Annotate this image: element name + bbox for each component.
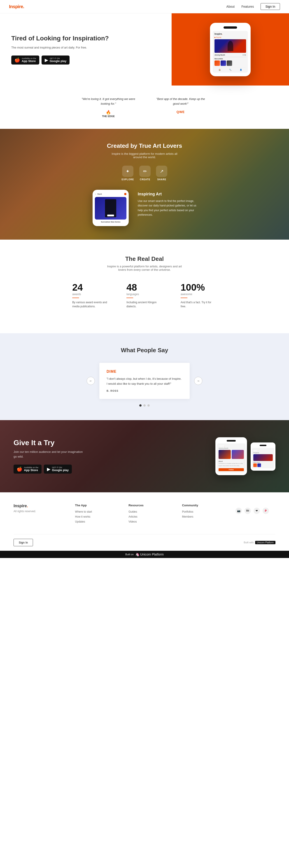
create-label: CREATE bbox=[140, 178, 150, 181]
art-phone-top: ← Back bbox=[95, 193, 126, 195]
cta-app-store-button[interactable]: 🍎 Available on the App Store bbox=[13, 465, 41, 474]
quotes-section: "We're loving it. It got everything we w… bbox=[0, 86, 289, 129]
hero-subtitle: The most surreal and inspiring pieces of… bbox=[11, 45, 160, 50]
stat-awards-number: 24 bbox=[72, 283, 108, 292]
cta-phone-art-1 bbox=[219, 450, 231, 459]
cta-google-play-small: GET IT ON bbox=[52, 467, 69, 469]
nav-about[interactable]: About bbox=[227, 5, 235, 8]
quote-2-text: "Best app of the decade. Keep up the goo… bbox=[153, 97, 208, 106]
logo-text: Inspire. bbox=[9, 4, 24, 9]
app-store-label: App Store bbox=[22, 60, 36, 62]
art-lovers-subtitle: Inspire is the biggest platform for mode… bbox=[108, 152, 181, 159]
store-buttons: 🍎 Available on the App Store ▶ GET IT ON… bbox=[11, 56, 160, 65]
inspiring-title: Inspiring Art bbox=[138, 192, 196, 196]
apple-icon: 🍎 bbox=[15, 57, 20, 63]
quote-1-text: "We're loving it. It got everything we w… bbox=[81, 97, 136, 106]
carousel-prev-button[interactable]: ← bbox=[87, 377, 95, 385]
carousel-dot-2[interactable] bbox=[143, 404, 146, 407]
footer-link-how[interactable]: How it works bbox=[75, 515, 115, 518]
footer-made: Built with Unicorn Platform bbox=[244, 541, 276, 544]
art-phone-image bbox=[95, 197, 126, 220]
cta-phone-tall-screen: Inspire. Jeremy Booth About Jo Booth is … bbox=[217, 443, 245, 472]
unicorn-platform-logo: 🦄 Unicorn Platform bbox=[136, 553, 164, 556]
footer-col-resources: Resources Guides Articles Videos bbox=[128, 504, 168, 525]
phone-art-image bbox=[214, 39, 246, 53]
footer-col-app-title: The App bbox=[75, 504, 115, 507]
cta-phone-small-logo: spire. bbox=[253, 449, 273, 451]
app-store-small-label: Available on the bbox=[22, 58, 36, 60]
cta-phone-small: spire. Projects New artists bbox=[251, 442, 276, 471]
cta-phone-small-notch bbox=[260, 445, 266, 446]
stat-awards-divider bbox=[72, 298, 79, 298]
carousel-next-button[interactable]: → bbox=[194, 377, 202, 385]
art-lovers-title: Created by True Art Lovers bbox=[9, 143, 280, 149]
feature-explore: ✦ EXPLORE bbox=[122, 165, 134, 181]
unicorn-platform-badge: Unicorn Platform bbox=[255, 541, 276, 544]
footer-social: 📷 Bē ❤ P bbox=[235, 508, 276, 514]
footer-link-articles[interactable]: Articles bbox=[128, 515, 168, 518]
app-store-button[interactable]: 🍎 Available on the App Store bbox=[11, 56, 39, 65]
phone-notch bbox=[224, 26, 237, 29]
testimonial-text: "I don't always clop, but when I do, it'… bbox=[107, 376, 182, 386]
pinterest-icon[interactable]: P bbox=[263, 508, 269, 514]
cta-app-store-label: App Store bbox=[24, 469, 38, 471]
footer-link-start[interactable]: Where to start bbox=[75, 510, 115, 513]
stat-languages: 48 languages Including ancient Klingon d… bbox=[126, 283, 163, 308]
stat-awards: 24 awards By various award events and me… bbox=[72, 283, 108, 308]
nav-features[interactable]: Features bbox=[241, 5, 254, 8]
stat-awesome-number: 100% bbox=[181, 283, 217, 292]
cta-store-buttons: 🍎 Available on the App Store ▶ GET IT ON… bbox=[13, 465, 86, 474]
stat-awesome-divider bbox=[181, 298, 187, 298]
footer-link-videos[interactable]: Videos bbox=[128, 520, 168, 523]
cta-title: Give It a Try bbox=[13, 439, 86, 447]
footer-link-guides[interactable]: Guides bbox=[128, 510, 168, 513]
cta-phone-art-2 bbox=[232, 450, 244, 459]
cta-phone-tall-notch bbox=[227, 440, 236, 441]
cta-apple-icon: 🍎 bbox=[17, 466, 22, 472]
footer-link-updates[interactable]: Updates bbox=[75, 520, 115, 523]
google-play-small-label: GET IT ON bbox=[50, 58, 66, 60]
stat-languages-label: languages bbox=[126, 292, 163, 296]
cta-left: Give It a Try Join our ten million audie… bbox=[13, 439, 86, 474]
cta-phone-logo: Inspire. bbox=[219, 445, 244, 447]
quote-2: "Best app of the decade. Keep up the goo… bbox=[153, 97, 208, 118]
hero-title: Tired of Looking for Inspiration? bbox=[11, 34, 160, 42]
cta-section: Give It a Try Join our ten million audie… bbox=[0, 420, 289, 492]
cta-phone-tall: Inspire. Jeremy Booth About Jo Booth is … bbox=[215, 437, 247, 475]
feature-icons: ✦ EXPLORE ✏ CREATE ↗ SHARE bbox=[9, 165, 280, 181]
art-phone-dot bbox=[124, 193, 126, 195]
footer-top: Inspire. All rights reserved. The App Wh… bbox=[13, 504, 276, 525]
footer-col-social: 📷 Bē ❤ P bbox=[235, 504, 276, 525]
phone-artist-score: 4.9★ bbox=[242, 54, 246, 56]
cta-google-play-button[interactable]: ▶ GET IT ON Google play bbox=[44, 465, 72, 474]
behance-icon[interactable]: Bē bbox=[244, 508, 251, 514]
dribbble-icon[interactable]: ❤ bbox=[254, 508, 260, 514]
platform-bar-label: Built on bbox=[125, 553, 134, 556]
google-play-button[interactable]: ▶ GET IT ON Google play bbox=[41, 56, 69, 65]
carousel-dot-1[interactable] bbox=[139, 404, 142, 407]
hero-right: Inspire. ▶ Pop Art Jeremy Booth 4.9★ New… bbox=[172, 13, 289, 86]
phone-thumb-3 bbox=[227, 60, 232, 66]
instagram-icon[interactable]: 📷 bbox=[235, 508, 242, 514]
footer-brand: Inspire. All rights reserved. bbox=[13, 504, 61, 525]
quote-1-source: THE EDGE bbox=[102, 115, 115, 118]
cta-google-play-label: Google play bbox=[52, 469, 69, 471]
real-deal-title: The Real Deal bbox=[13, 255, 276, 262]
nav-logo: Inspire. bbox=[9, 4, 24, 9]
hero-section: Tired of Looking for Inspiration? The mo… bbox=[0, 13, 289, 86]
quote-1: "We're loving it. It got everything we w… bbox=[81, 97, 136, 118]
carousel-dot-3[interactable] bbox=[147, 404, 150, 407]
feature-share: ↗ SHARE bbox=[156, 165, 167, 181]
footer-tagline: All rights reserved. bbox=[13, 510, 61, 513]
footer-logo: Inspire. bbox=[13, 504, 61, 508]
art-phone-title: Surrealism New Series bbox=[95, 221, 126, 223]
footer-link-members[interactable]: Members bbox=[182, 515, 222, 518]
nav-signin-button[interactable]: Sign In bbox=[261, 3, 280, 10]
phone-app-logo: Inspire. bbox=[214, 33, 246, 35]
footer-link-portfolios[interactable]: Portfolios bbox=[182, 510, 222, 513]
footer-signin-button[interactable]: Sign In bbox=[13, 539, 33, 546]
footer-bottom: Sign In Built with Unicorn Platform bbox=[13, 534, 276, 546]
stat-languages-number: 48 bbox=[126, 283, 163, 292]
footer-col-community-title: Community bbox=[182, 504, 222, 507]
testimonials-title: What People Say bbox=[9, 347, 280, 354]
